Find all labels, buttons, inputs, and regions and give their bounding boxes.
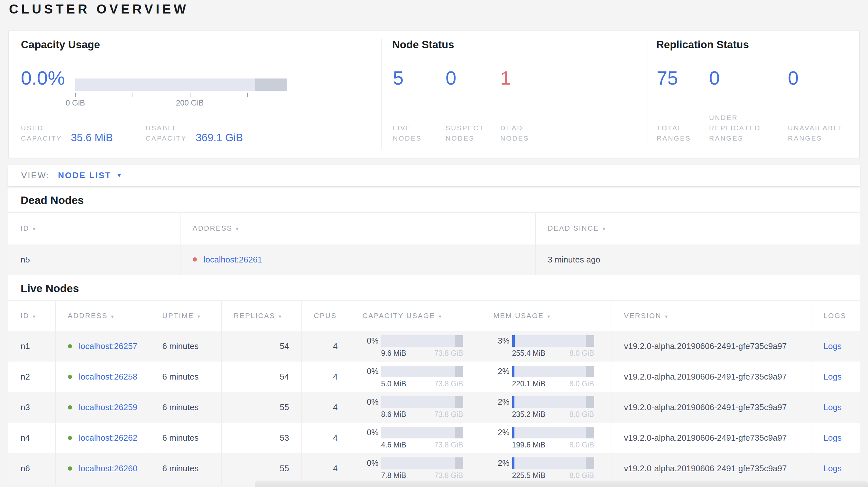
mem-used-value: 235.2 MiB <box>512 410 546 419</box>
total-ranges-label: TOTAL RANGES <box>657 123 691 143</box>
node-address-cell: localhost:26257 <box>55 331 150 362</box>
node-address-link[interactable]: localhost:26261 <box>204 255 262 264</box>
node-id-cell: n5 <box>8 245 180 275</box>
node-status-title: Node Status <box>392 39 454 51</box>
uptime-cell: 6 minutes <box>150 423 221 453</box>
view-label: VIEW: <box>21 170 50 181</box>
view-dropdown[interactable]: NODE LIST ▼ <box>58 170 122 181</box>
logs-link[interactable]: Logs <box>824 402 842 412</box>
logs-cell: Logs <box>811 331 860 362</box>
sort-arrow-icon: ▼ <box>110 314 115 319</box>
mem-total-value: 8.0 GiB <box>569 441 594 449</box>
capacity-percent-label: 0% <box>362 428 379 437</box>
sort-arrow-icon: ▼ <box>32 226 37 232</box>
mem-percent-label: 2% <box>493 397 509 407</box>
live-nodes-header-row: ID▼ ADDRESS▼ UPTIME▼ REPLICAS▼ CPUS CAPA… <box>8 300 860 331</box>
mem-usage-cell: 2% 235.2 MiB 8.0 GiB <box>481 392 612 423</box>
view-dropdown-value[interactable]: NODE LIST <box>58 170 111 181</box>
mem-used-value: 199.6 MiB <box>512 441 546 449</box>
capacity-used-value: 8.6 MiB <box>381 410 406 419</box>
replicas-cell: 55 <box>221 453 302 484</box>
mem-percent-label: 2% <box>493 458 509 468</box>
logs-link[interactable]: Logs <box>824 372 842 382</box>
node-address-link[interactable]: localhost:26257 <box>79 341 137 351</box>
capacity-usage-bar <box>75 78 287 91</box>
column-header-address[interactable]: ADDRESS▼ <box>55 300 150 331</box>
column-header-id[interactable]: ID▼ <box>8 213 180 245</box>
cluster-overview-page: CLUSTER OVERVIEW Capacity Usage 0.0% 0 G… <box>0 0 868 487</box>
column-header-id[interactable]: ID▼ <box>8 300 55 331</box>
cpus-cell: 4 <box>302 453 350 484</box>
column-header-version[interactable]: VERSION▼ <box>612 300 811 331</box>
node-address-link[interactable]: localhost:26258 <box>79 372 137 382</box>
cpus-cell: 4 <box>302 423 350 453</box>
logs-link[interactable]: Logs <box>824 463 842 473</box>
capacity-mini-bar <box>381 457 463 469</box>
capacity-usage-cell: 0% 9.6 MiB 73.8 GiB <box>350 331 481 362</box>
node-status-dot <box>68 466 72 470</box>
version-cell: v19.2.0-alpha.20190606-2491-gfe735c9a97 <box>612 362 811 392</box>
usable-capacity-label: USABLE CAPACITY <box>146 123 187 143</box>
cluster-summary-card: Capacity Usage 0.0% 0 GiB 200 GiB USED C… <box>8 31 860 158</box>
column-header-mem-usage[interactable]: MEM USAGE▼ <box>481 300 612 331</box>
live-nodes-count: 5 <box>393 67 403 90</box>
uptime-cell: 6 minutes <box>150 331 221 362</box>
total-ranges-count: 75 <box>657 67 678 90</box>
mem-usage-cell: 3% 255.4 MiB 8.0 GiB <box>481 331 612 362</box>
capacity-total-value: 73.8 GiB <box>434 380 463 388</box>
column-header-replicas[interactable]: REPLICAS▼ <box>221 300 302 331</box>
mem-usage-cell: 2% 199.6 MiB 8.0 GiB <box>481 423 612 453</box>
capacity-used-value: 4.6 MiB <box>381 441 406 449</box>
capacity-percent: 0.0% <box>21 67 65 90</box>
logs-cell: Logs <box>811 423 860 453</box>
node-address-cell: localhost:26259 <box>55 392 150 423</box>
version-cell: v19.2.0-alpha.20190606-2491-gfe735c9a97 <box>612 453 811 484</box>
node-address-cell: localhost:26261 <box>180 245 535 275</box>
mem-used-value: 255.4 MiB <box>512 349 546 358</box>
node-address-link[interactable]: localhost:26262 <box>79 433 137 443</box>
section-divider <box>381 39 381 149</box>
dead-nodes-heading: Dead Nodes <box>8 188 860 212</box>
node-address-link[interactable]: localhost:26259 <box>79 402 137 412</box>
dead-nodes-header-row: ID▼ ADDRESS▼ DEAD SINCE▼ <box>8 213 860 245</box>
mem-percent-label: 2% <box>493 428 509 437</box>
capacity-percent-label: 0% <box>362 367 379 376</box>
capacity-total-value: 73.8 GiB <box>434 441 463 449</box>
cpus-cell: 4 <box>302 331 350 362</box>
column-header-address[interactable]: ADDRESS▼ <box>180 213 535 245</box>
live-nodes-table: ID▼ ADDRESS▼ UPTIME▼ REPLICAS▼ CPUS CAPA… <box>8 300 860 484</box>
node-list-panel: Dead Nodes ID▼ ADDRESS▼ DEAD SINCE▼ n5 l… <box>8 188 860 484</box>
node-status-dot <box>68 405 72 410</box>
used-capacity-label: USED CAPACITY <box>21 123 62 143</box>
capacity-usage-cell: 0% 8.6 MiB 73.8 GiB <box>350 392 481 423</box>
axis-tick-label: 200 GiB <box>176 98 204 107</box>
node-id-cell: n6 <box>8 453 55 484</box>
node-address-cell: localhost:26262 <box>55 423 150 453</box>
chevron-down-icon[interactable]: ▼ <box>117 172 122 179</box>
column-header-uptime[interactable]: UPTIME▼ <box>150 300 221 331</box>
axis-tick <box>247 93 248 97</box>
unavailable-ranges-count: 0 <box>788 67 799 90</box>
logs-link[interactable]: Logs <box>824 341 842 351</box>
sort-arrow-icon: ▼ <box>664 314 669 319</box>
column-header-dead-since[interactable]: DEAD SINCE▼ <box>535 213 860 245</box>
capacity-mini-bar <box>381 396 463 408</box>
capacity-usage-title: Capacity Usage <box>21 39 100 51</box>
column-header-capacity-usage[interactable]: CAPACITY USAGE▼ <box>350 300 481 331</box>
axis-tick-label: 0 GiB <box>66 98 85 107</box>
capacity-mini-bar <box>381 366 463 377</box>
node-id-cell: n4 <box>8 423 55 453</box>
logs-cell: Logs <box>811 392 860 423</box>
suspect-nodes-label: SUSPECT NODES <box>445 123 484 143</box>
sort-arrow-icon: ▼ <box>546 314 551 319</box>
node-id-cell: n3 <box>8 392 55 423</box>
logs-link[interactable]: Logs <box>824 433 842 443</box>
node-status-dot <box>68 375 72 379</box>
node-address-link[interactable]: localhost:26260 <box>79 463 137 473</box>
replicas-cell: 53 <box>221 423 302 453</box>
capacity-percent-label: 0% <box>362 336 379 346</box>
mem-total-value: 8.0 GiB <box>569 471 594 480</box>
horizontal-scrollbar[interactable] <box>255 481 868 487</box>
logs-cell: Logs <box>811 453 860 484</box>
cpus-cell: 4 <box>302 362 350 392</box>
